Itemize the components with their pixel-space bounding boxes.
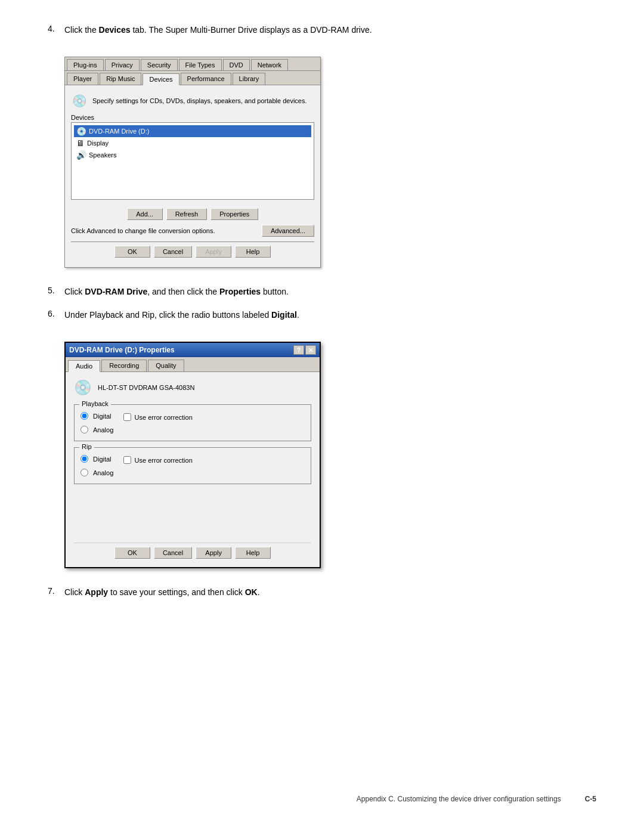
rip-analog-radio[interactable]	[80, 469, 88, 476]
props-ok-button[interactable]: OK	[114, 547, 150, 559]
props-ok-row: OK Cancel Apply Help	[74, 543, 311, 562]
devices-list: 💿 DVD-RAM Drive (D:) 🖥 Display 🔊 Speaker…	[71, 122, 314, 200]
step-5-bold2: Properties	[219, 287, 261, 296]
device-dvdram[interactable]: 💿 DVD-RAM Drive (D:)	[74, 125, 311, 137]
playback-digital-radio[interactable]	[80, 412, 88, 420]
playback-digital-row: Digital	[80, 412, 112, 420]
step-5-text: Click DVD-RAM Drive, and then click the …	[64, 286, 289, 298]
playback-error-row: Use error correction	[123, 413, 193, 421]
step-5-num: 5.	[48, 286, 60, 298]
advanced-text: Click Advanced to change file conversion…	[71, 227, 215, 234]
props-tab-quality[interactable]: Quality	[148, 360, 184, 371]
tab-player[interactable]: Player	[67, 73, 98, 85]
props-help-button[interactable]: Help	[235, 547, 271, 559]
step-5: 5. Click DVD-RAM Drive, and then click t…	[48, 286, 596, 298]
step-6-before: Under Playback and Rip, click the radio …	[64, 310, 271, 320]
props-dialog: DVD-RAM Drive (D:) Properties ? ✕ Audio …	[64, 342, 321, 568]
tab-library[interactable]: Library	[233, 73, 266, 85]
wmp-cancel-button[interactable]: Cancel	[154, 246, 192, 258]
rip-analog-label: Analog	[93, 469, 113, 476]
wmp-tab-row-1: Plug-ins Privacy Security File Types DVD…	[65, 57, 320, 71]
playback-error-checkbox[interactable]	[123, 413, 131, 421]
playback-analog-row: Analog	[80, 426, 305, 433]
step-4-bold1: Devices	[99, 25, 131, 35]
rip-title: Rip	[79, 443, 94, 450]
tab-filetypes[interactable]: File Types	[179, 59, 222, 70]
step-6-text: Under Playback and Rip, click the radio …	[64, 309, 299, 321]
playback-digital-label: Digital	[93, 413, 112, 420]
step-7-bold1: Apply	[85, 587, 108, 597]
add-button[interactable]: Add...	[127, 208, 163, 220]
device-description: Specify settings for CDs, DVDs, displays…	[92, 97, 307, 104]
step-6-num: 6.	[48, 309, 60, 321]
props-content: 💿 HL-DT-ST DVDRAM GSA-4083N Playback Dig…	[66, 372, 320, 567]
step-4: 4. Click the Devices tab. The Super Mult…	[48, 24, 596, 36]
device-display[interactable]: 🖥 Display	[74, 137, 311, 149]
props-spacer	[74, 490, 311, 538]
step-6-bold1: Digital	[271, 310, 297, 320]
playback-options: Digital Use error correction Analog	[80, 412, 305, 433]
wmp-help-button[interactable]: Help	[235, 246, 271, 258]
drive-icon: 💿	[74, 379, 92, 396]
step-7-num: 7.	[48, 586, 60, 599]
step-4-num: 4.	[48, 24, 60, 36]
props-tab-recording[interactable]: Recording	[101, 360, 147, 371]
tab-network[interactable]: Network	[251, 59, 288, 70]
playback-error-label: Use error correction	[135, 414, 193, 421]
devices-icon: 💿	[71, 92, 88, 109]
tab-plugins[interactable]: Plug-ins	[67, 59, 104, 70]
close-titlebar-btn[interactable]: ✕	[305, 345, 316, 355]
tab-security[interactable]: Security	[141, 59, 178, 70]
tab-devices[interactable]: Devices	[143, 73, 179, 85]
props-tab-audio[interactable]: Audio	[68, 360, 100, 372]
advanced-row: Click Advanced to change file conversion…	[71, 222, 314, 239]
rip-error-checkbox[interactable]	[123, 456, 131, 464]
step-5-mid: , and then click the	[147, 287, 219, 296]
rip-analog-row: Analog	[80, 469, 305, 476]
step-7-after: .	[258, 587, 260, 597]
props-title: DVD-RAM Drive (D:) Properties	[69, 346, 175, 354]
step-7: 7. Click Apply to save your settings, an…	[48, 586, 596, 599]
rip-group: Rip Digital Use error correction	[74, 447, 311, 484]
tab-privacy[interactable]: Privacy	[105, 59, 140, 70]
playback-title: Playback	[79, 400, 111, 407]
wmp-ok-button[interactable]: OK	[114, 246, 150, 258]
wmp-dialog: Plug-ins Privacy Security File Types DVD…	[64, 57, 321, 268]
refresh-button[interactable]: Refresh	[166, 208, 208, 220]
step-7-mid: to save your settings, and then click	[108, 587, 245, 597]
properties-button[interactable]: Properties	[210, 208, 258, 220]
device-speakers[interactable]: 🔊 Speakers	[74, 149, 311, 161]
footer-page: C-5	[585, 795, 596, 803]
wmp-dialog-content: 💿 Specify settings for CDs, DVDs, displa…	[65, 85, 320, 267]
rip-digital-label: Digital	[93, 456, 112, 463]
props-cancel-button[interactable]: Cancel	[154, 547, 192, 559]
wmp-ok-cancel-row: OK Cancel Apply Help	[71, 241, 314, 262]
footer-text: Appendix C. Customizing the device drive…	[357, 795, 561, 803]
display-icon: 🖥	[76, 138, 85, 148]
props-dialog-container: DVD-RAM Drive (D:) Properties ? ✕ Audio …	[64, 342, 321, 568]
rip-digital-row: Digital	[80, 455, 112, 463]
playback-analog-radio[interactable]	[80, 426, 88, 433]
tab-dvd[interactable]: DVD	[223, 59, 250, 70]
tab-performance[interactable]: Performance	[181, 73, 231, 85]
step-5-bold1: DVD-RAM Drive	[85, 287, 147, 296]
playback-group: Playback Digital Use error correction	[74, 404, 311, 441]
playback-analog-label: Analog	[93, 426, 113, 433]
wmp-apply-button[interactable]: Apply	[196, 246, 231, 258]
devices-group-label: Devices	[71, 114, 314, 121]
props-apply-button[interactable]: Apply	[196, 547, 231, 559]
step-6: 6. Under Playback and Rip, click the rad…	[48, 309, 596, 321]
drive-name: HL-DT-ST DVDRAM GSA-4083N	[98, 384, 194, 391]
step-6-after: .	[297, 310, 299, 320]
help-titlebar-btn[interactable]: ?	[293, 345, 304, 355]
advanced-button[interactable]: Advanced...	[262, 225, 314, 237]
step-7-bold2: OK	[245, 587, 258, 597]
wmp-dialog-container: Plug-ins Privacy Security File Types DVD…	[64, 57, 321, 268]
speakers-icon: 🔊	[76, 150, 86, 160]
rip-digital-radio[interactable]	[80, 455, 88, 463]
step-7-text: Click Apply to save your settings, and t…	[64, 586, 260, 599]
rip-error-label: Use error correction	[135, 457, 193, 464]
tab-ripmusic[interactable]: Rip Music	[100, 73, 141, 85]
props-titlebar: DVD-RAM Drive (D:) Properties ? ✕	[66, 343, 320, 357]
dvdram-icon: 💿	[76, 126, 86, 136]
